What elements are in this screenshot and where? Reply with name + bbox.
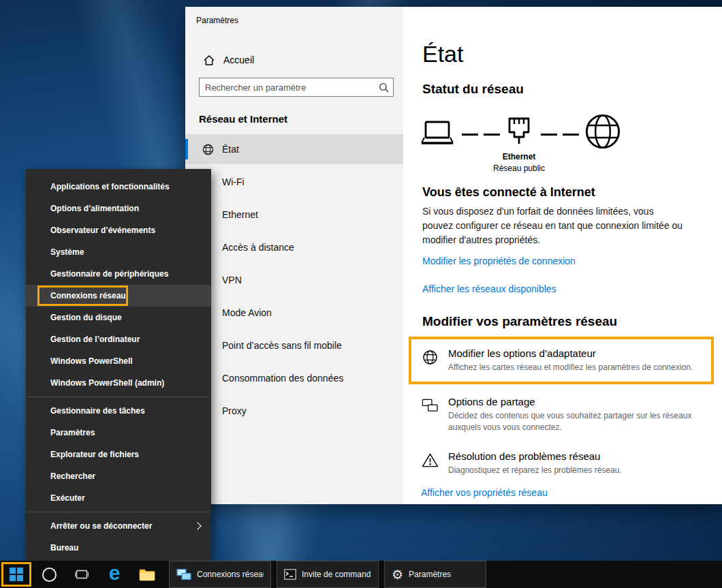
ethernet-connector-icon xyxy=(505,116,533,147)
taskbar-app-command-prompt[interactable]: Invite de command xyxy=(277,561,379,588)
page-title: État xyxy=(422,41,463,67)
connected-heading: Vous êtes connecté à Internet xyxy=(422,185,595,200)
nav-label: Point d’accès sans fil mobile xyxy=(222,340,342,351)
winx-label: Système xyxy=(50,247,84,257)
settings-main: État Statut du réseau Ethernet Réseau pu… xyxy=(403,7,722,504)
nav-label: Consommation des données xyxy=(222,373,343,384)
chevron-right-icon xyxy=(193,522,201,529)
winx-label: Arrêter ou se déconnecter xyxy=(50,521,152,531)
sharing-icon xyxy=(421,398,439,413)
taskbar: e Connexions réseau Invite de command ⚙ … xyxy=(0,561,722,588)
nav-label: VPN xyxy=(222,275,242,285)
nav-label: Mode Avion xyxy=(222,307,272,318)
internet-globe-icon xyxy=(584,113,621,150)
nav-item-vpn[interactable]: VPN xyxy=(185,265,403,295)
nav-label: Wi-Fi xyxy=(222,176,245,187)
folder-icon xyxy=(139,568,155,581)
settings-sidebar: Paramètres Accueil Réseau et Internet Ét… xyxy=(185,7,403,504)
winx-item-power-options[interactable]: Options d’alimentation xyxy=(26,198,211,219)
winx-label: Gestion de l’ordinateur xyxy=(50,335,140,344)
winx-item-file-explorer[interactable]: Explorateur de fichiers xyxy=(26,444,211,465)
network-kind: Réseau public xyxy=(478,164,560,173)
taskbar-app-label: Invite de command xyxy=(302,570,371,579)
nav-label: Accès à distance xyxy=(222,242,294,253)
action-description: Affichez les cartes réseau et modifiez l… xyxy=(448,362,693,373)
winx-item-powershell-admin[interactable]: Windows PowerShell (admin) xyxy=(26,372,211,394)
menu-divider xyxy=(27,397,210,397)
action-sharing-options[interactable]: Options de partage Décidez des contenus … xyxy=(421,396,710,433)
adapter-globe-icon xyxy=(421,350,439,365)
task-view-button[interactable] xyxy=(65,561,98,588)
winx-item-search[interactable]: Rechercher xyxy=(26,465,211,487)
nav-item-wifi[interactable]: Wi-Fi xyxy=(185,167,403,197)
winx-label: Exécuter xyxy=(50,493,85,503)
nav-label: Proxy xyxy=(222,405,247,416)
action-change-adapter-options[interactable]: Modifier les options d’adaptateur Affich… xyxy=(409,337,714,384)
winx-label: Gestionnaire de périphériques xyxy=(50,269,168,279)
action-network-troubleshooter[interactable]: Résolution des problèmes réseau Diagnost… xyxy=(421,450,710,476)
winx-item-apps-features[interactable]: Applications et fonctionnalités xyxy=(26,176,211,198)
winx-label: Options d’alimentation xyxy=(50,204,139,213)
winx-label: Rechercher xyxy=(50,471,95,481)
winx-label: Explorateur de fichiers xyxy=(50,450,139,459)
nav-item-consommation[interactable]: Consommation des données xyxy=(185,363,403,393)
winx-item-device-manager[interactable]: Gestionnaire de périphériques xyxy=(26,263,211,285)
action-text: Modifier les options d’adaptateur Affich… xyxy=(448,347,693,373)
warning-triangle-icon xyxy=(421,452,439,468)
taskbar-app-settings[interactable]: ⚙ Paramètres xyxy=(384,561,486,588)
task-view-icon xyxy=(75,569,89,580)
winx-label: Windows PowerShell (admin) xyxy=(50,378,164,388)
winx-label: Connexions réseau xyxy=(50,291,126,300)
link-show-available-networks[interactable]: Afficher les réseaux disponibles xyxy=(422,283,556,294)
file-explorer-button[interactable] xyxy=(131,561,163,588)
winx-item-settings[interactable]: Paramètres xyxy=(26,422,211,444)
winx-item-powershell[interactable]: Windows PowerShell xyxy=(26,350,211,372)
nav-label: État xyxy=(222,144,239,155)
laptop-icon xyxy=(420,119,455,148)
nav-label: Ethernet xyxy=(222,209,258,220)
link-change-connection-properties[interactable]: Modifier les propriétés de connexion xyxy=(422,256,576,266)
sidebar-item-home[interactable]: Accueil xyxy=(185,48,403,72)
connected-description: Si vous disposez d'un forfait de données… xyxy=(422,204,682,247)
edge-button[interactable]: e xyxy=(98,561,131,588)
action-text: Options de partage Décidez des contenus … xyxy=(448,396,692,433)
connection-labels: Ethernet Réseau public xyxy=(478,152,560,173)
edge-icon: e xyxy=(109,565,121,581)
winx-item-desktop[interactable]: Bureau xyxy=(26,537,211,559)
action-description: Diagnostiquez et réparez les problèmes r… xyxy=(448,465,622,476)
settings-nav: État Wi-Fi Ethernet Accès à distance VPN… xyxy=(185,134,403,429)
home-label: Accueil xyxy=(223,55,254,65)
action-description: Décidez des contenus que vous souhaitez … xyxy=(448,410,692,433)
winx-item-network-connections[interactable]: Connexions réseau xyxy=(26,285,211,307)
winx-item-disk-management[interactable]: Gestion du disque xyxy=(26,307,211,328)
nav-item-mode-avion[interactable]: Mode Avion xyxy=(185,298,403,328)
cortana-circle-icon xyxy=(42,568,57,582)
start-button[interactable] xyxy=(0,561,33,588)
link-view-network-properties[interactable]: Afficher vos propriétés réseau xyxy=(421,487,548,498)
search-input[interactable] xyxy=(200,82,374,93)
taskbar-app-label: Paramètres xyxy=(409,570,451,579)
sidebar-heading: Réseau et Internet xyxy=(199,113,287,125)
nav-item-etat[interactable]: État xyxy=(185,134,403,164)
winx-item-computer-management[interactable]: Gestion de l’ordinateur xyxy=(26,328,211,350)
taskbar-app-network-connections[interactable]: Connexions réseau xyxy=(169,561,271,588)
nav-item-hotspot[interactable]: Point d’accès sans fil mobile xyxy=(185,330,403,360)
winx-item-event-viewer[interactable]: Observateur d’événements xyxy=(26,219,211,241)
settings-window: Paramètres Accueil Réseau et Internet Ét… xyxy=(185,7,722,504)
connection-line xyxy=(462,134,500,136)
winx-item-shutdown[interactable]: Arrêter ou se déconnecter xyxy=(26,515,211,537)
winx-item-system[interactable]: Système xyxy=(26,241,211,263)
taskbar-app-label: Connexions réseau xyxy=(197,570,264,579)
search-icon[interactable] xyxy=(374,82,393,93)
action-title: Modifier les options d’adaptateur xyxy=(448,347,693,359)
nav-item-proxy[interactable]: Proxy xyxy=(185,396,403,426)
nav-item-acces-distance[interactable]: Accès à distance xyxy=(185,232,403,262)
cortana-button[interactable] xyxy=(33,561,65,588)
winx-item-run[interactable]: Exécuter xyxy=(26,487,211,509)
winx-label: Observateur d’événements xyxy=(50,226,155,235)
winx-item-task-manager[interactable]: Gestionnaire des tâches xyxy=(26,400,211,422)
nav-item-ethernet[interactable]: Ethernet xyxy=(185,200,403,230)
winx-label: Windows PowerShell xyxy=(50,356,133,366)
network-status-heading: Statut du réseau xyxy=(422,82,524,97)
action-title: Options de partage xyxy=(448,396,692,407)
